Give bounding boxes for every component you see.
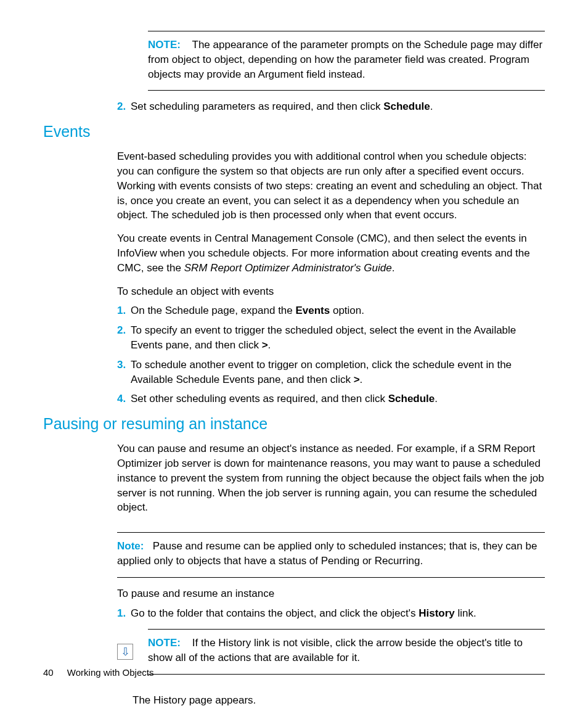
note-with-icon-row: ⇩ NOTE: If the History link is not visib…	[117, 629, 545, 684]
note-label: NOTE:	[148, 637, 181, 649]
step-text: Go to the folder that contains the objec…	[131, 606, 545, 621]
note-label: NOTE:	[148, 39, 181, 51]
note-block-1: NOTE: The appearance of the parameter pr…	[148, 38, 545, 81]
step-number: 3.	[117, 358, 131, 372]
note-rule-top	[148, 31, 545, 31]
events-intro: To schedule an object with events	[117, 284, 545, 299]
arrow-down-icon: ⇩	[117, 644, 133, 660]
events-para-1: Event-based scheduling provides you with…	[117, 149, 545, 223]
step-text: Set scheduling parameters as required, a…	[131, 99, 545, 114]
step-number: 1.	[117, 606, 131, 621]
pausing-para-1: You can pause and resume an object's ins…	[117, 441, 545, 515]
step-text: On the Schedule page, expand the Events …	[131, 303, 545, 318]
step-list-top: 2. Set scheduling parameters as required…	[117, 99, 545, 114]
page-number: 40	[43, 667, 54, 678]
heading-events: Events	[43, 123, 545, 141]
step-item-2: 2. Set scheduling parameters as required…	[117, 99, 545, 114]
pausing-step-1: 1. Go to the folder that contains the ob…	[117, 606, 545, 621]
events-step-2: 2. To specify an event to trigger the sc…	[117, 323, 545, 353]
step-number: 2.	[117, 99, 131, 114]
pausing-note: Note: Pause and resume can be applied on…	[117, 539, 545, 568]
heading-pausing: Pausing or resuming an instance	[43, 415, 545, 433]
step-text: Set other scheduling events as required,…	[131, 392, 545, 406]
events-step-1: 1. On the Schedule page, expand the Even…	[117, 303, 545, 318]
step-number: 4.	[117, 392, 131, 406]
step-number: 1.	[117, 303, 131, 318]
note-text: The appearance of the parameter prompts …	[148, 39, 542, 80]
note-label: Note:	[117, 540, 144, 552]
pausing-intro: To pause and resume an instance	[117, 586, 545, 601]
footer-title: Working with Objects	[67, 667, 154, 678]
note-rule-top-3	[148, 629, 545, 630]
pausing-steps: 1. Go to the folder that contains the ob…	[117, 606, 545, 621]
note-text: Pause and resume can be applied only to …	[117, 540, 537, 567]
pausing-note-2: NOTE: If the History link is not visible…	[148, 636, 545, 665]
document-page: NOTE: The appearance of the parameter pr…	[0, 0, 588, 706]
step-number: 2.	[117, 323, 131, 338]
note-text: If the History link is not visible, clic…	[148, 637, 523, 663]
note-rule-top-2	[117, 532, 545, 533]
events-para-2: You create events in Central Management …	[117, 231, 545, 275]
events-step-4: 4. Set other scheduling events as requir…	[117, 392, 545, 406]
page-footer: 40 Working with Objects	[43, 667, 153, 678]
step-text: To schedule another event to trigger on …	[131, 358, 545, 387]
pausing-result: The History page appears.	[133, 693, 545, 706]
events-step-3: 3. To schedule another event to trigger …	[117, 358, 545, 387]
step-text: To specify an event to trigger the sched…	[131, 323, 545, 353]
events-steps: 1. On the Schedule page, expand the Even…	[117, 303, 545, 406]
note-rule-bottom-3	[148, 674, 545, 675]
page-content: NOTE: The appearance of the parameter pr…	[43, 31, 545, 706]
